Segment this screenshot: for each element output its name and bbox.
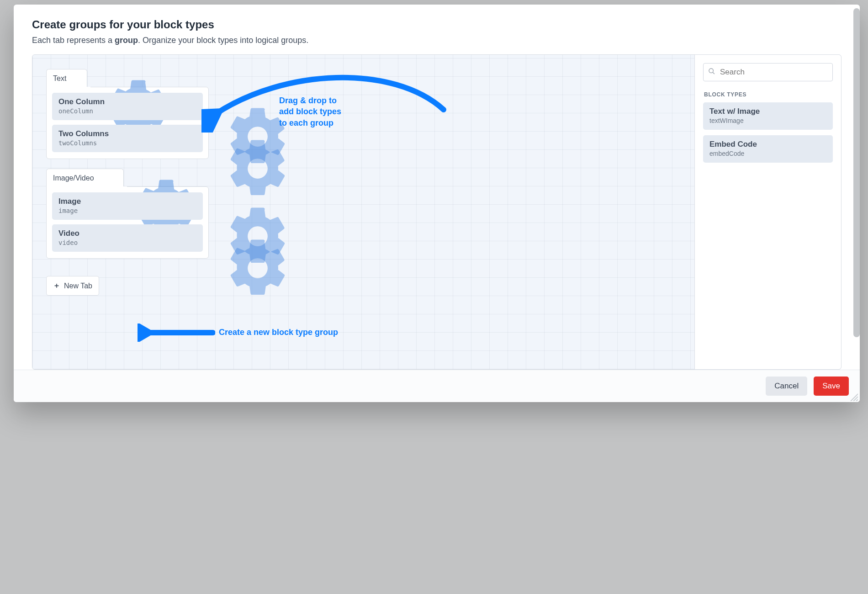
block-type-title: Embed Code bbox=[709, 140, 826, 149]
annotation-arrow-straight bbox=[138, 324, 215, 342]
gear-icon[interactable] bbox=[189, 202, 197, 210]
block-handle: image bbox=[58, 207, 183, 214]
block-handle: video bbox=[58, 239, 183, 246]
group-tab-label: Text bbox=[53, 74, 66, 83]
canvas-area[interactable]: Text One Column oneColumn Two Columns tw… bbox=[32, 55, 695, 369]
page-title: Create groups for your block types bbox=[32, 18, 842, 31]
block-row[interactable]: Video video bbox=[52, 224, 203, 252]
annotation-create-group: Create a new block type group bbox=[219, 328, 338, 337]
gear-icon[interactable] bbox=[189, 102, 197, 111]
dialog-heading: Create groups for your block types Each … bbox=[14, 5, 860, 45]
save-button[interactable]: Save bbox=[814, 377, 849, 396]
block-title: Video bbox=[58, 229, 183, 238]
block-type-handle: embedCode bbox=[709, 150, 826, 157]
block-title: One Column bbox=[58, 97, 183, 106]
gear-icon[interactable] bbox=[98, 174, 106, 182]
gear-icon[interactable] bbox=[189, 134, 197, 143]
scrollbar[interactable] bbox=[853, 8, 860, 337]
group-tab[interactable]: Text bbox=[46, 69, 87, 88]
group-card[interactable]: Image/Video Image image Video video bbox=[46, 186, 209, 259]
search-icon bbox=[708, 68, 715, 77]
gear-icon[interactable] bbox=[70, 74, 78, 83]
gear-icon[interactable] bbox=[189, 234, 197, 242]
block-row[interactable]: One Column oneColumn bbox=[52, 93, 203, 120]
group-tab-label: Image/Video bbox=[53, 174, 94, 182]
workspace: Text One Column oneColumn Two Columns tw… bbox=[32, 54, 842, 370]
block-handle: twoColumns bbox=[58, 139, 183, 147]
svg-line-3 bbox=[856, 399, 858, 401]
block-type-handle: textWImage bbox=[709, 117, 826, 124]
dialog-footer: Cancel Save bbox=[14, 370, 860, 402]
search-input[interactable] bbox=[703, 63, 833, 81]
block-row[interactable]: Image image bbox=[52, 192, 203, 220]
resize-handle-icon[interactable] bbox=[849, 392, 858, 401]
block-type-item[interactable]: Embed Code embedCode bbox=[703, 135, 833, 163]
block-title: Two Columns bbox=[58, 129, 183, 138]
page-subtitle: Each tab represents a group. Organize yo… bbox=[32, 36, 842, 45]
new-tab-button[interactable]: ＋ New Tab bbox=[46, 276, 99, 296]
cancel-button[interactable]: Cancel bbox=[766, 377, 807, 396]
sidebar: BLOCK TYPES Text w/ Image textWImage Emb… bbox=[695, 55, 841, 369]
group-card[interactable]: Text One Column oneColumn Two Columns tw… bbox=[46, 87, 209, 159]
new-tab-label: New Tab bbox=[64, 282, 92, 290]
block-title: Image bbox=[58, 197, 183, 206]
plus-icon: ＋ bbox=[53, 281, 60, 291]
block-row[interactable]: Two Columns twoColumns bbox=[52, 125, 203, 152]
dialog: Create groups for your block types Each … bbox=[14, 5, 860, 402]
sidebar-section-label: BLOCK TYPES bbox=[704, 91, 833, 98]
block-type-item[interactable]: Text w/ Image textWImage bbox=[703, 102, 833, 130]
block-type-title: Text w/ Image bbox=[709, 107, 826, 116]
block-handle: oneColumn bbox=[58, 107, 183, 115]
search-field[interactable] bbox=[719, 67, 828, 77]
group-tab[interactable]: Image/Video bbox=[46, 169, 124, 187]
